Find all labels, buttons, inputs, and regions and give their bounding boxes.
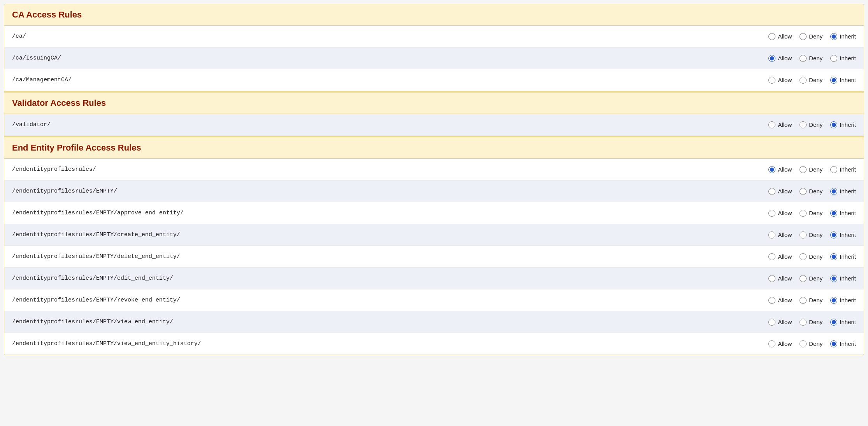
rule-row-ca-root: /ca/AllowDenyInherit	[4, 26, 864, 47]
radio-input-allow-endentityprofilesrules-empty-create[interactable]	[768, 231, 775, 238]
radio-option-inherit-endentityprofilesrules[interactable]: Inherit	[830, 166, 856, 173]
radio-option-deny-endentityprofilesrules-empty-view-history[interactable]: Deny	[800, 340, 822, 347]
radio-input-allow-endentityprofilesrules-empty-view[interactable]	[768, 319, 775, 326]
radio-option-allow-ca-issuingca[interactable]: Allow	[768, 55, 792, 62]
radio-label-deny-endentityprofilesrules-empty-view: Deny	[809, 319, 822, 325]
radio-label-inherit-endentityprofilesrules-empty-revoke: Inherit	[840, 297, 856, 303]
radio-input-allow-endentityprofilesrules-empty[interactable]	[768, 188, 775, 195]
radio-input-deny-endentityprofilesrules-empty-view-history[interactable]	[800, 340, 807, 347]
rule-row-endentityprofilesrules: /endentityprofilesrules/AllowDenyInherit	[4, 159, 864, 181]
radio-label-inherit-endentityprofilesrules-empty: Inherit	[840, 188, 856, 195]
radio-option-inherit-endentityprofilesrules-empty-revoke[interactable]: Inherit	[830, 297, 856, 304]
radio-option-inherit-endentityprofilesrules-empty-view[interactable]: Inherit	[830, 319, 856, 326]
radio-input-allow-endentityprofilesrules-empty-delete[interactable]	[768, 253, 775, 260]
radio-input-allow-ca-root[interactable]	[768, 33, 775, 40]
radio-input-allow-endentityprofilesrules-empty-view-history[interactable]	[768, 340, 775, 347]
radio-option-allow-endentityprofilesrules-empty-revoke[interactable]: Allow	[768, 297, 792, 304]
radio-label-allow-endentityprofilesrules-empty-edit: Allow	[778, 275, 792, 282]
radio-group-ca-managementca: AllowDenyInherit	[768, 77, 856, 84]
radio-label-deny-endentityprofilesrules-empty-approve: Deny	[809, 210, 822, 216]
access-rules-container: CA Access Rules/ca/AllowDenyInherit/ca/I…	[4, 4, 864, 355]
radio-input-inherit-endentityprofilesrules-empty-approve[interactable]	[830, 210, 837, 217]
radio-input-inherit-ca-managementca[interactable]	[830, 77, 837, 84]
radio-option-inherit-ca-root[interactable]: Inherit	[830, 33, 856, 40]
radio-option-deny-ca-managementca[interactable]: Deny	[800, 77, 822, 84]
radio-option-allow-endentityprofilesrules-empty-delete[interactable]: Allow	[768, 253, 792, 260]
radio-input-inherit-endentityprofilesrules-empty-edit[interactable]	[830, 275, 837, 282]
radio-input-allow-endentityprofilesrules[interactable]	[768, 166, 775, 173]
radio-input-allow-endentityprofilesrules-empty-revoke[interactable]	[768, 297, 775, 304]
rule-path-endentityprofilesrules: /endentityprofilesrules/	[12, 166, 96, 173]
radio-option-deny-validator[interactable]: Deny	[800, 121, 822, 128]
radio-input-inherit-ca-root[interactable]	[830, 33, 837, 40]
radio-label-allow-endentityprofilesrules-empty-view: Allow	[778, 319, 792, 325]
radio-option-deny-endentityprofilesrules-empty-edit[interactable]: Deny	[800, 275, 822, 282]
radio-input-deny-endentityprofilesrules-empty[interactable]	[800, 188, 807, 195]
radio-option-deny-ca-issuingca[interactable]: Deny	[800, 55, 822, 62]
radio-input-inherit-endentityprofilesrules-empty-view[interactable]	[830, 319, 837, 326]
radio-option-allow-validator[interactable]: Allow	[768, 121, 792, 128]
radio-input-deny-endentityprofilesrules-empty-create[interactable]	[800, 231, 807, 238]
radio-input-inherit-validator[interactable]	[830, 121, 837, 128]
radio-input-inherit-endentityprofilesrules-empty-delete[interactable]	[830, 253, 837, 260]
radio-group-endentityprofilesrules-empty-delete: AllowDenyInherit	[768, 253, 856, 260]
radio-input-inherit-endentityprofilesrules-empty[interactable]	[830, 188, 837, 195]
radio-label-inherit-endentityprofilesrules-empty-delete: Inherit	[840, 253, 856, 260]
radio-option-deny-endentityprofilesrules[interactable]: Deny	[800, 166, 822, 173]
rule-row-endentityprofilesrules-empty: /endentityprofilesrules/EMPTY/AllowDenyI…	[4, 181, 864, 202]
radio-option-deny-endentityprofilesrules-empty-delete[interactable]: Deny	[800, 253, 822, 260]
radio-option-deny-endentityprofilesrules-empty[interactable]: Deny	[800, 188, 822, 195]
radio-option-deny-ca-root[interactable]: Deny	[800, 33, 822, 40]
radio-input-deny-ca-managementca[interactable]	[800, 77, 807, 84]
radio-input-deny-endentityprofilesrules-empty-edit[interactable]	[800, 275, 807, 282]
radio-option-allow-ca-root[interactable]: Allow	[768, 33, 792, 40]
radio-input-deny-endentityprofilesrules-empty-view[interactable]	[800, 319, 807, 326]
radio-option-inherit-endentityprofilesrules-empty-delete[interactable]: Inherit	[830, 253, 856, 260]
radio-input-allow-validator[interactable]	[768, 121, 775, 128]
radio-input-inherit-endentityprofilesrules-empty-revoke[interactable]	[830, 297, 837, 304]
rule-row-endentityprofilesrules-empty-revoke: /endentityprofilesrules/EMPTY/revoke_end…	[4, 289, 864, 311]
radio-option-inherit-ca-managementca[interactable]: Inherit	[830, 77, 856, 84]
radio-label-deny-ca-issuingca: Deny	[809, 55, 822, 61]
radio-input-inherit-endentityprofilesrules[interactable]	[830, 166, 837, 173]
radio-group-endentityprofilesrules-empty-approve: AllowDenyInherit	[768, 210, 856, 217]
radio-option-inherit-endentityprofilesrules-empty-edit[interactable]: Inherit	[830, 275, 856, 282]
radio-input-deny-endentityprofilesrules-empty-revoke[interactable]	[800, 297, 807, 304]
radio-option-deny-endentityprofilesrules-empty-create[interactable]: Deny	[800, 231, 822, 238]
radio-option-deny-endentityprofilesrules-empty-revoke[interactable]: Deny	[800, 297, 822, 304]
radio-option-inherit-endentityprofilesrules-empty-approve[interactable]: Inherit	[830, 210, 856, 217]
radio-label-deny-ca-root: Deny	[809, 33, 822, 40]
radio-input-allow-ca-managementca[interactable]	[768, 77, 775, 84]
radio-option-allow-endentityprofilesrules-empty-edit[interactable]: Allow	[768, 275, 792, 282]
radio-input-allow-endentityprofilesrules-empty-approve[interactable]	[768, 210, 775, 217]
radio-option-allow-ca-managementca[interactable]: Allow	[768, 77, 792, 84]
radio-input-deny-endentityprofilesrules-empty-approve[interactable]	[800, 210, 807, 217]
radio-group-endentityprofilesrules-empty-revoke: AllowDenyInherit	[768, 297, 856, 304]
radio-input-inherit-endentityprofilesrules-empty-create[interactable]	[830, 231, 837, 238]
radio-input-allow-endentityprofilesrules-empty-edit[interactable]	[768, 275, 775, 282]
radio-input-deny-ca-root[interactable]	[800, 33, 807, 40]
radio-input-inherit-endentityprofilesrules-empty-view-history[interactable]	[830, 340, 837, 347]
radio-option-inherit-ca-issuingca[interactable]: Inherit	[830, 55, 856, 62]
radio-input-allow-ca-issuingca[interactable]	[768, 55, 775, 62]
radio-input-deny-ca-issuingca[interactable]	[800, 55, 807, 62]
radio-option-inherit-validator[interactable]: Inherit	[830, 121, 856, 128]
radio-option-inherit-endentityprofilesrules-empty-view-history[interactable]: Inherit	[830, 340, 856, 347]
radio-input-inherit-ca-issuingca[interactable]	[830, 55, 837, 62]
radio-option-allow-endentityprofilesrules-empty[interactable]: Allow	[768, 188, 792, 195]
radio-input-deny-endentityprofilesrules[interactable]	[800, 166, 807, 173]
radio-input-deny-endentityprofilesrules-empty-delete[interactable]	[800, 253, 807, 260]
rule-row-endentityprofilesrules-empty-delete: /endentityprofilesrules/EMPTY/delete_end…	[4, 246, 864, 268]
radio-input-deny-validator[interactable]	[800, 121, 807, 128]
radio-option-allow-endentityprofilesrules-empty-create[interactable]: Allow	[768, 231, 792, 238]
section-header-end-entity-profile-access-rules: End Entity Profile Access Rules	[4, 137, 864, 159]
radio-option-deny-endentityprofilesrules-empty-approve[interactable]: Deny	[800, 210, 822, 217]
radio-option-allow-endentityprofilesrules-empty-approve[interactable]: Allow	[768, 210, 792, 217]
radio-option-inherit-endentityprofilesrules-empty[interactable]: Inherit	[830, 188, 856, 195]
radio-option-allow-endentityprofilesrules-empty-view[interactable]: Allow	[768, 319, 792, 326]
rule-row-endentityprofilesrules-empty-create: /endentityprofilesrules/EMPTY/create_end…	[4, 224, 864, 246]
radio-option-deny-endentityprofilesrules-empty-view[interactable]: Deny	[800, 319, 822, 326]
radio-option-allow-endentityprofilesrules[interactable]: Allow	[768, 166, 792, 173]
radio-option-allow-endentityprofilesrules-empty-view-history[interactable]: Allow	[768, 340, 792, 347]
radio-option-inherit-endentityprofilesrules-empty-create[interactable]: Inherit	[830, 231, 856, 238]
